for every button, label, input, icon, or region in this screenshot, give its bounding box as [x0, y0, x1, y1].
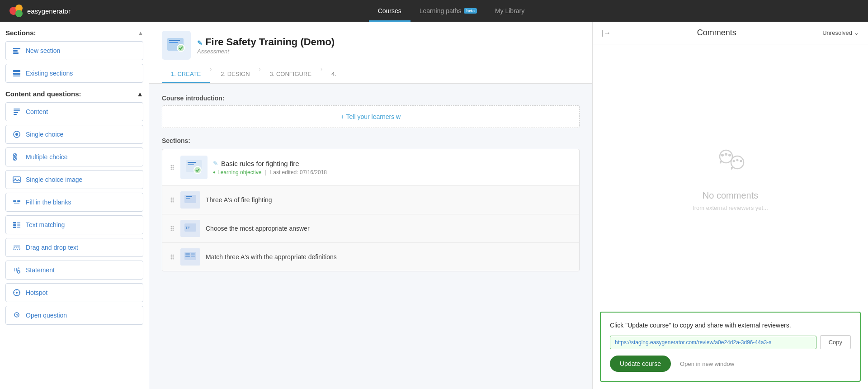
svg-point-58 — [173, 199, 174, 201]
copy-button[interactable]: Copy — [820, 335, 851, 349]
course-title-text: ✎ Fire Safety Training (Demo) Assessment — [197, 36, 335, 55]
svg-rect-53 — [188, 164, 194, 165]
svg-rect-28 — [14, 245, 20, 247]
course-thumbnail — [162, 31, 191, 60]
sidebar-item-statement[interactable]: TF Statement — [5, 261, 143, 280]
section-name: ✎ Basic rules for fighting fire — [213, 160, 572, 167]
section-edit-icon[interactable]: ✎ — [213, 160, 218, 167]
sidebar: Sections: ▲ New section Existing section… — [0, 22, 149, 389]
sections-title: Sections: ▲ — [5, 29, 143, 37]
svg-rect-79 — [185, 253, 190, 255]
existing-sections-icon — [12, 69, 21, 78]
svg-rect-5 — [13, 52, 19, 54]
svg-point-60 — [173, 201, 174, 203]
sidebar-item-open-question[interactable]: ? Open question — [5, 306, 143, 325]
svg-point-44 — [177, 44, 184, 52]
svg-point-84 — [721, 154, 724, 157]
sections-label: Sections: — [162, 137, 580, 144]
subsection-thumb-2 — [180, 248, 200, 266]
svg-text:TF: TF — [185, 226, 190, 230]
navbar-tab-my-library[interactable]: My Library — [486, 0, 533, 22]
collapse-panel-button[interactable]: |→ — [602, 29, 611, 37]
sidebar-item-single-choice[interactable]: Single choice — [5, 125, 143, 144]
sidebar-item-existing-sections[interactable]: Existing sections — [5, 64, 143, 83]
sidebar-item-text-matching[interactable]: Text matching — [5, 215, 143, 234]
course-title-edit-icon[interactable]: ✎ — [197, 39, 203, 47]
section-meta: Learning objective | Last edited: 07/16/… — [213, 169, 572, 176]
wizard-tab-configure[interactable]: 3. CONFIGURE — [261, 66, 321, 83]
beta-badge: beta — [464, 8, 477, 14]
svg-rect-52 — [188, 162, 196, 163]
svg-rect-21 — [14, 203, 19, 204]
svg-point-46 — [173, 165, 174, 166]
svg-point-32 — [18, 267, 19, 269]
navbar-tabs: Courses Learning paths beta My Library — [89, 0, 814, 22]
subsection-card-1: TF Choose the most appropriate answer — [162, 214, 579, 242]
wizard-tabs: 1. CREATE › 2. DESIGN › 3. CONFIGURE › 4… — [162, 66, 580, 83]
share-url-input[interactable] — [610, 336, 816, 349]
subsection-name-1: Choose the most appropriate answer — [206, 225, 572, 232]
section-card-0: ✎ Basic rules for fighting fire Learning… — [162, 149, 580, 271]
content-questions-section: Content and questions: ▲ Content Single … — [5, 90, 143, 325]
svg-point-74 — [171, 256, 172, 258]
content-collapse-icon[interactable]: ▲ — [137, 90, 143, 98]
sidebar-item-drag-drop-text[interactable]: Drag and drop text — [5, 238, 143, 257]
svg-point-54 — [194, 166, 201, 174]
wizard-tab-design[interactable]: 2. DESIGN — [212, 66, 259, 83]
svg-point-75 — [173, 256, 174, 258]
svg-rect-3 — [13, 48, 20, 49]
subsection-drag-handle-2[interactable] — [170, 254, 175, 260]
svg-point-59 — [171, 201, 172, 203]
sidebar-item-content[interactable]: Content — [5, 102, 143, 121]
main-content: ✎ Fire Safety Training (Demo) Assessment… — [149, 22, 592, 389]
main-layout: Sections: ▲ New section Existing section… — [0, 22, 868, 389]
subsection-thumb-0 — [180, 191, 200, 209]
sidebar-item-hotspot[interactable]: Hotspot — [5, 283, 143, 302]
sections-collapse-icon[interactable]: ▲ — [138, 30, 143, 36]
svg-rect-62 — [186, 196, 192, 197]
svg-point-86 — [728, 154, 731, 157]
svg-point-88 — [732, 160, 735, 162]
sidebar-item-new-section[interactable]: New section — [5, 41, 143, 60]
navbar-tab-learning-paths[interactable]: Learning paths beta — [410, 0, 486, 22]
section-thumbnail — [180, 156, 208, 179]
section-drag-handle[interactable] — [170, 164, 175, 171]
svg-rect-81 — [191, 253, 195, 255]
intro-box[interactable]: + Tell your learners w — [162, 105, 580, 128]
open-question-icon: ? — [12, 311, 21, 320]
course-title: ✎ Fire Safety Training (Demo) — [197, 36, 335, 48]
sidebar-item-multiple-choice[interactable]: Multiple choice — [5, 147, 143, 166]
svg-point-66 — [171, 228, 172, 229]
update-course-button[interactable]: Update course — [610, 356, 671, 372]
sidebar-item-fill-in-blanks[interactable]: Fill in the blanks — [5, 193, 143, 212]
logo[interactable]: easygenerator — [9, 4, 71, 18]
subsection-drag-handle-1[interactable] — [170, 225, 175, 232]
svg-rect-8 — [13, 76, 20, 76]
svg-point-65 — [173, 226, 174, 228]
svg-rect-61 — [184, 195, 196, 203]
svg-rect-82 — [191, 256, 195, 257]
logo-text: easygenerator — [27, 7, 71, 15]
comments-header: |→ Comments Unresolved ⌄ — [593, 22, 868, 44]
svg-rect-43 — [169, 42, 178, 43]
open-new-window-link[interactable]: Open in new window — [680, 361, 734, 367]
content-questions-title: Content and questions: ▲ — [5, 90, 143, 98]
svg-point-69 — [173, 230, 174, 231]
svg-point-73 — [173, 255, 174, 256]
unresolved-filter[interactable]: Unresolved ⌄ — [822, 29, 859, 36]
svg-rect-4 — [13, 50, 18, 52]
svg-rect-17 — [13, 177, 20, 182]
svg-point-48 — [173, 167, 174, 168]
svg-text:?: ? — [16, 313, 18, 318]
sidebar-item-single-choice-image[interactable]: Single choice image — [5, 170, 143, 189]
navbar-tab-courses[interactable]: Courses — [369, 0, 410, 22]
share-actions: Update course Open in new window — [610, 356, 851, 372]
wizard-tab-4[interactable]: 4. — [322, 66, 345, 83]
svg-rect-7 — [13, 73, 20, 75]
svg-point-68 — [171, 230, 172, 231]
wizard-tab-create[interactable]: 1. CREATE — [162, 66, 210, 83]
svg-point-67 — [173, 228, 174, 229]
subsection-drag-handle-0[interactable] — [170, 197, 175, 203]
fill-in-blanks-icon — [12, 198, 21, 207]
svg-point-64 — [171, 226, 172, 228]
